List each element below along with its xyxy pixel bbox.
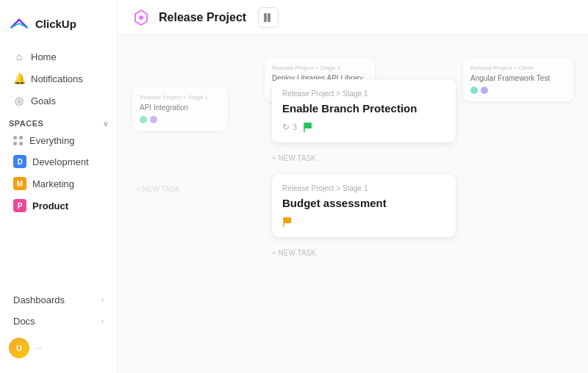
card1-actions: ↻ 3 (282, 122, 445, 132)
layout-toggle-button[interactable] (258, 7, 279, 28)
purple-status-dot (150, 116, 157, 123)
purple-dot-2 (481, 87, 488, 94)
home-icon: ⌂ (13, 51, 25, 62)
goals-label: Goals (31, 95, 56, 106)
goals-icon: ◎ (13, 95, 25, 106)
product-label: Product (32, 200, 68, 211)
user-area[interactable]: U ··· (0, 332, 117, 364)
card1-title: Enable Branch Protection (282, 102, 445, 115)
docs-chevron-icon: › (101, 317, 104, 325)
main-content: Release Project Release Project > Stage … (118, 0, 588, 373)
notifications-label: Notifications (31, 73, 83, 84)
development-label: Development (32, 156, 89, 167)
add-task-bottom[interactable]: + NEW TASK (272, 246, 456, 260)
docs-label: Docs (13, 316, 35, 327)
sidebar-item-goals[interactable]: ◎ Goals (4, 90, 112, 112)
card1-count: 3 (293, 123, 297, 131)
bg-card-angular: Release Project > Other Angular Framewor… (463, 57, 573, 101)
app-name: ClickUp (35, 18, 76, 30)
sidebar-item-dashboards[interactable]: Dashboards › (4, 289, 112, 311)
main-cards-area: Release Project > Stage 1 Enable Branch … (272, 79, 456, 260)
project-icon (132, 9, 150, 26)
bg-card-api: Release Project > Stage 1 API Integratio… (132, 87, 228, 131)
svg-rect-3 (268, 13, 270, 22)
bg-card-deploy-breadcrumb: Release Project > Stage 1 (272, 65, 368, 71)
card1-count-item: ↻ 3 (282, 122, 297, 132)
bg-card-angular-breadcrumb: Release Project > Other (470, 65, 566, 71)
sidebar-item-home[interactable]: ⌂ Home (4, 46, 112, 68)
home-label: Home (31, 51, 57, 62)
dashboards-chevron-icon: › (101, 296, 104, 304)
sidebar: ClickUp ⌂ Home 🔔 Notifications ◎ Goals S… (0, 0, 118, 373)
svg-rect-4 (304, 123, 312, 128)
teal-dot-2 (470, 87, 478, 94)
card2-breadcrumb: Release Project > Stage 1 (282, 184, 445, 192)
clickup-logo-icon (9, 13, 29, 34)
add-task-between[interactable]: + NEW TASK (272, 151, 456, 165)
teal-status-dot (140, 116, 147, 123)
project-title: Release Project (159, 11, 246, 24)
sidebar-item-notifications[interactable]: 🔔 Notifications (4, 68, 112, 90)
card-enable-branch[interactable]: Release Project > Stage 1 Enable Branch … (272, 79, 456, 142)
spaces-section-header: Spaces ∨ (0, 112, 117, 131)
bg-card-angular-title: Angular Framework Test (470, 74, 566, 82)
avatar: U (9, 338, 29, 358)
marketing-badge: M (13, 177, 26, 190)
development-badge: D (13, 155, 26, 168)
card2-title: Budget assessment (282, 197, 445, 209)
spaces-chevron-icon[interactable]: ∨ (103, 120, 109, 128)
layout-icon (263, 12, 273, 23)
dashboards-label: Dashboards (13, 294, 65, 305)
bg-card-api-breadcrumb: Release Project > Stage 1 (140, 94, 220, 101)
add-task-left[interactable]: + NEW TASK (136, 182, 180, 196)
card2-actions (282, 217, 445, 227)
logo-area[interactable]: ClickUp (0, 9, 117, 46)
sidebar-item-marketing[interactable]: M Marketing (4, 173, 112, 195)
card2-flag-icon (282, 217, 293, 227)
refresh-icon: ↻ (282, 122, 290, 132)
card1-breadcrumb: Release Project > Stage 1 (282, 90, 445, 98)
sidebar-item-docs[interactable]: Docs › (4, 311, 112, 332)
everything-icon (13, 136, 24, 146)
product-badge: P (13, 199, 26, 212)
content-area: Release Project > Stage 1 API Integratio… (118, 35, 588, 373)
card-budget-assessment[interactable]: Release Project > Stage 1 Budget assessm… (272, 174, 456, 237)
bg-card-api-title: API Integration (140, 104, 220, 112)
card1-flag-icon (303, 122, 313, 132)
svg-rect-6 (284, 217, 291, 223)
svg-rect-2 (264, 13, 267, 22)
marketing-label: Marketing (32, 178, 74, 189)
sidebar-item-everything[interactable]: Everything (4, 131, 112, 151)
sidebar-item-product[interactable]: P Product (4, 195, 112, 217)
bell-icon: 🔔 (13, 73, 25, 84)
topbar: Release Project (118, 0, 588, 35)
sidebar-item-development[interactable]: D Development (4, 151, 112, 173)
everything-label: Everything (29, 135, 74, 146)
user-chevron-icon: ··· (35, 344, 42, 352)
svg-point-1 (139, 15, 143, 20)
spaces-label: Spaces (9, 119, 43, 128)
